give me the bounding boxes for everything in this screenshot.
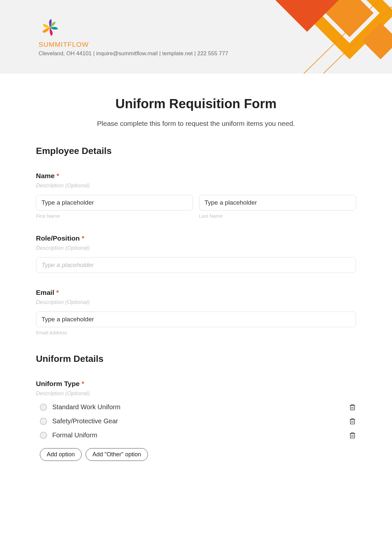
email-input[interactable] — [36, 312, 356, 327]
form-subtitle: Please complete this form to request the… — [36, 120, 356, 127]
company-name: SUMMITFLOW — [39, 41, 89, 48]
trash-icon[interactable] — [349, 418, 356, 425]
company-details: Cleveland, OH 44101 | inquire@summitflow… — [39, 50, 228, 57]
radio-input[interactable] — [40, 432, 47, 439]
option-row: Safety/Protective Gear — [36, 417, 356, 425]
required-asterisk: * — [56, 289, 59, 296]
add-other-option-button[interactable]: Add "Other" option — [86, 448, 148, 461]
option-label[interactable]: Safety/Protective Gear — [52, 417, 118, 425]
required-asterisk: * — [82, 234, 84, 242]
trash-icon[interactable] — [349, 404, 356, 411]
svg-rect-8 — [351, 419, 355, 424]
option-actions: Add option Add "Other" option — [36, 448, 356, 461]
first-name-sublabel: First Name — [36, 213, 193, 219]
option-label[interactable]: Standard Work Uniform — [52, 403, 121, 411]
trash-icon[interactable] — [349, 432, 356, 439]
option-row: Standard Work Uniform — [36, 403, 356, 411]
name-description[interactable]: Description (Optional) — [36, 182, 356, 189]
header: SUMMITFLOW Cleveland, OH 44101 | inquire… — [0, 0, 392, 74]
header-decoration-icon — [261, 0, 392, 74]
add-option-button[interactable]: Add option — [40, 448, 82, 461]
last-name-sublabel: Last Name — [199, 213, 356, 219]
uniform-type-label-text: Uniform Type — [36, 380, 80, 387]
svg-rect-9 — [351, 433, 355, 438]
form-content: Uniform Requisition Form Please complete… — [0, 74, 392, 474]
section-employee-details: Employee Details — [36, 146, 356, 156]
option-row: Formal Uniform — [36, 431, 356, 439]
radio-input[interactable] — [40, 404, 47, 411]
role-input[interactable] — [36, 257, 356, 273]
summitflow-logo-icon — [39, 16, 61, 39]
form-title: Uniform Requisition Form — [36, 96, 356, 111]
uniform-type-label: Uniform Type * — [36, 380, 356, 388]
role-label: Role/Position * — [36, 234, 356, 242]
field-uniform-type: Uniform Type * Description (Optional) St… — [36, 380, 356, 461]
email-sublabel: Email Address — [36, 330, 356, 335]
uniform-type-description[interactable]: Description (Optional) — [36, 390, 356, 397]
email-label-text: Email — [36, 289, 54, 296]
role-label-text: Role/Position — [36, 234, 80, 242]
field-role: Role/Position * Description (Optional) — [36, 234, 356, 273]
radio-input[interactable] — [40, 418, 47, 425]
option-label[interactable]: Formal Uniform — [52, 431, 97, 439]
last-name-input[interactable] — [199, 195, 356, 211]
name-label-text: Name — [36, 172, 55, 179]
field-name: Name * Description (Optional) First Name… — [36, 172, 356, 219]
role-description[interactable]: Description (Optional) — [36, 245, 356, 251]
email-label: Email * — [36, 289, 356, 296]
first-name-input[interactable] — [36, 195, 193, 211]
svg-rect-7 — [351, 405, 355, 410]
required-asterisk: * — [82, 380, 84, 387]
section-uniform-details: Uniform Details — [36, 354, 356, 364]
required-asterisk: * — [57, 172, 59, 179]
field-email: Email * Description (Optional) Email Add… — [36, 289, 356, 335]
name-label: Name * — [36, 172, 356, 180]
email-description[interactable]: Description (Optional) — [36, 299, 356, 306]
